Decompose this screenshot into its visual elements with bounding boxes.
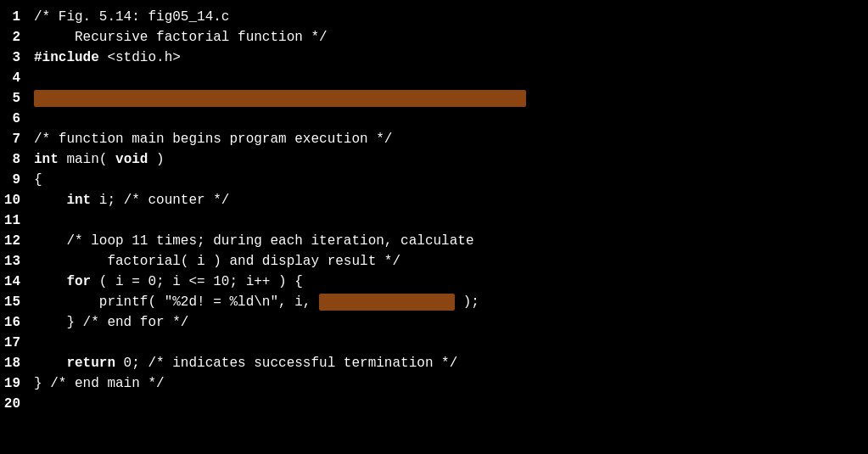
highlight-bar-5 <box>34 90 526 107</box>
highlight-bar-15 <box>319 294 455 311</box>
line-num-13: 13 <box>0 251 34 272</box>
line-content-8: int main( void ) <box>34 149 868 170</box>
line-num-10: 10 <box>0 190 34 210</box>
line-content-19: } /* end main */ <box>34 373 868 394</box>
line-num-4: 4 <box>0 68 34 88</box>
code-line-5: 5 <box>0 88 868 109</box>
code-line-20: 20 <box>0 394 868 414</box>
code-line-17: 17 <box>0 333 868 353</box>
code-line-9: 9 { <box>0 170 868 190</box>
line-content-18: return 0; /* indicates successful termin… <box>34 353 868 373</box>
line-num-19: 19 <box>0 373 34 394</box>
keyword-int-i: int <box>66 193 91 208</box>
line-content-3: #include <stdio.h> <box>34 48 868 68</box>
code-line-11: 11 <box>0 210 868 231</box>
line-content-14: for ( i = 0; i <= 10; i++ ) { <box>34 272 868 292</box>
code-line-19: 19 } /* end main */ <box>0 373 868 394</box>
line-num-17: 17 <box>0 333 34 353</box>
line-num-7: 7 <box>0 129 34 149</box>
line-num-5: 5 <box>0 88 34 109</box>
code-line-14: 14 for ( i = 0; i <= 10; i++ ) { <box>0 272 868 292</box>
line-num-8: 8 <box>0 149 34 170</box>
line-content-16: } /* end for */ <box>34 312 868 333</box>
keyword-int-main: int <box>34 152 59 167</box>
code-line-10: 10 int i; /* counter */ <box>0 190 868 210</box>
line-num-11: 11 <box>0 210 34 231</box>
line-num-9: 9 <box>0 170 34 190</box>
line-num-6: 6 <box>0 109 34 129</box>
code-line-13: 13 factorial( i ) and display result */ <box>0 251 868 272</box>
code-line-2: 2 Recursive factorial function */ <box>0 27 868 48</box>
code-line-7: 7 /* function main begins program execut… <box>0 129 868 149</box>
line-content-1: /* Fig. 5.14: fig05_14.c <box>34 7 868 27</box>
line-num-12: 12 <box>0 231 34 251</box>
line-num-1: 1 <box>0 7 34 27</box>
line-num-15: 15 <box>0 292 34 312</box>
line-content-10: int i; /* counter */ <box>34 190 868 210</box>
code-line-6: 6 <box>0 109 868 129</box>
code-line-1: 1 /* Fig. 5.14: fig05_14.c <box>0 7 868 27</box>
keyword-for: for <box>66 274 91 289</box>
keyword-void: void <box>115 152 148 167</box>
line-content-12: /* loop 11 times; during each iteration,… <box>34 231 868 251</box>
line-content-13: factorial( i ) and display result */ <box>34 251 868 272</box>
line-num-2: 2 <box>0 27 34 48</box>
code-line-16: 16 } /* end for */ <box>0 312 868 333</box>
line-num-16: 16 <box>0 312 34 333</box>
code-line-4: 4 <box>0 68 868 88</box>
code-editor: 1 /* Fig. 5.14: fig05_14.c 2 Recursive f… <box>0 0 868 454</box>
line-content-15: printf( "%2d! = %ld\n", i, ); <box>34 292 868 312</box>
code-line-18: 18 return 0; /* indicates successful ter… <box>0 353 868 373</box>
code-line-3: 3 #include <stdio.h> <box>0 48 868 68</box>
line-num-14: 14 <box>0 272 34 292</box>
keyword-return: return <box>66 356 115 371</box>
line-content-9: { <box>34 170 868 190</box>
line-content-2: Recursive factorial function */ <box>34 27 868 48</box>
line-content-7: /* function main begins program executio… <box>34 129 868 149</box>
line-content-5 <box>34 88 868 109</box>
line-num-3: 3 <box>0 48 34 68</box>
line-num-20: 20 <box>0 394 34 414</box>
code-line-12: 12 /* loop 11 times; during each iterati… <box>0 231 868 251</box>
keyword-include: #include <box>34 50 99 65</box>
code-line-15: 15 printf( "%2d! = %ld\n", i, ); <box>0 292 868 312</box>
line-num-18: 18 <box>0 353 34 373</box>
code-line-8: 8 int main( void ) <box>0 149 868 170</box>
